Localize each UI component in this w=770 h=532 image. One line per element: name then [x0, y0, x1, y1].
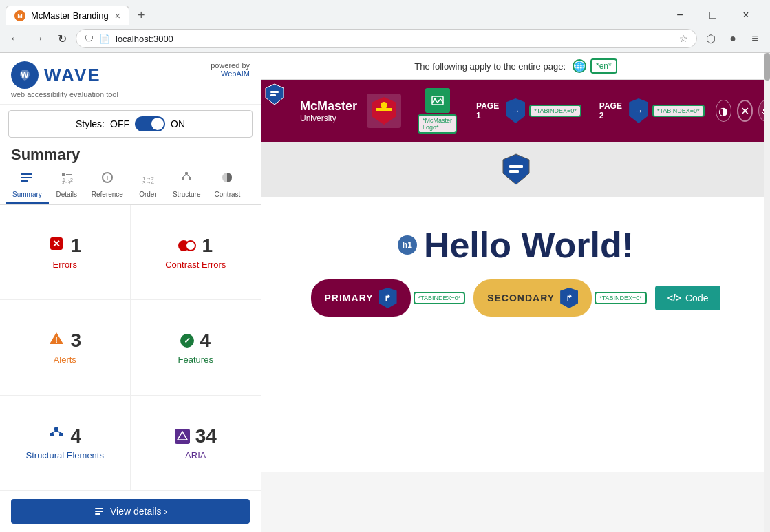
menu-button[interactable]: ≡ [745, 29, 764, 48]
svg-rect-2 [21, 177, 32, 178]
secondary-btn-label: SECONDARY [487, 292, 555, 304]
styles-toggle-bar: Styles: OFF ON [8, 110, 253, 138]
tab-summary[interactable]: Summary [6, 167, 49, 204]
wave-subtitle: web accessibility evaluation tool [11, 90, 250, 98]
mcmaster-logo: McMaster University [300, 99, 357, 123]
stat-contrast-errors: 1 Contrast Errors [131, 205, 261, 300]
svg-rect-23 [50, 433, 54, 436]
refresh-button[interactable]: ↻ [52, 29, 72, 48]
structural-count: 4 [70, 425, 81, 447]
primary-link-icon: ↱ [379, 288, 397, 308]
minimize-button[interactable]: − [664, 4, 696, 26]
svg-rect-4 [62, 173, 65, 176]
tab-contrast[interactable]: Contrast [208, 167, 248, 204]
view-details-button[interactable]: View details › [11, 499, 250, 524]
logo-badge-group: *McMaster Logo* [418, 88, 457, 134]
svg-line-16 [186, 175, 190, 177]
globe-icon: 🌐 [573, 59, 586, 73]
mcmaster-name: McMaster [300, 99, 357, 114]
browser-chrome: M McMaster Branding × + − □ × ← → ↻ 🛡 📄 … [0, 0, 770, 53]
stat-aria: 34 ARIA [131, 396, 261, 491]
scrollbar-track[interactable] [764, 53, 770, 532]
wave-header: W WAVE powered by WebAIM web accessibili… [0, 53, 261, 105]
contrast-errors-label: Contrast Errors [165, 259, 226, 270]
page-content: The following apply to the entire page: … [261, 53, 770, 532]
security-icon: 🛡 [85, 34, 94, 44]
tab-order[interactable]: 1→23→4 Order [130, 167, 166, 204]
address-bar: ← → ↻ 🛡 📄 localhost:3000 ☆ ⬡ ● ≡ [0, 26, 770, 52]
back-button[interactable]: ← [6, 29, 25, 48]
scrollbar-thumb[interactable] [764, 53, 770, 81]
list-icon [94, 506, 105, 517]
pocket-button[interactable]: ⬡ [701, 29, 720, 48]
svg-rect-32 [270, 94, 276, 96]
main-layout: W WAVE powered by WebAIM web accessibili… [0, 53, 770, 532]
nav-tabs: Summary 1→23→4 Details i Reference 1→23→… [0, 167, 261, 205]
styles-off-label: OFF [110, 118, 129, 129]
structural-icon [48, 425, 65, 447]
tab-bar: M McMaster Branding × + − □ × [0, 0, 770, 26]
tab-contrast-label: Contrast [215, 191, 241, 198]
tab-structure[interactable]: Structure [166, 167, 208, 204]
svg-rect-28 [95, 508, 103, 509]
features-count: 4 [200, 330, 211, 352]
webaim-link[interactable]: WebAIM [221, 70, 250, 78]
wave-logo: W WAVE [11, 61, 101, 89]
tab-reference-label: Reference [92, 191, 123, 198]
alerts-count: 3 [70, 330, 81, 352]
wave-logo-text: WAVE [44, 65, 101, 86]
svg-line-26 [56, 431, 61, 433]
top-notice-text: The following apply to the entire page: [414, 61, 566, 72]
lang-indicator: 🌐 *en* [573, 58, 617, 74]
code-button[interactable]: </> Code [655, 286, 721, 310]
errors-label: Errors [53, 259, 77, 270]
features-row: ✓ 4 [180, 330, 211, 352]
errors-row: ✕ 1 [48, 235, 81, 257]
page1-tabindex: *TABINDEX=0* [529, 105, 581, 117]
profile-button[interactable]: ● [723, 29, 742, 48]
lang-badge: *en* [590, 58, 617, 74]
svg-rect-12 [185, 172, 188, 175]
maximize-button[interactable]: □ [697, 4, 729, 26]
hello-world-text: Hello World! [424, 224, 634, 266]
active-tab[interactable]: M McMaster Branding × [6, 6, 129, 25]
svg-rect-29 [95, 511, 103, 512]
secondary-button[interactable]: SECONDARY ↱ [473, 279, 592, 317]
close-button[interactable]: × [730, 4, 762, 26]
tab-details-label: Details [56, 191, 78, 198]
new-tab-button[interactable]: + [132, 8, 151, 23]
structural-row: 4 [48, 425, 81, 447]
mcmaster-header: McMaster University [261, 80, 770, 142]
window-controls: − □ × [664, 4, 764, 26]
forward-button[interactable]: → [29, 29, 48, 48]
theme-icon: ◑ [716, 100, 731, 122]
toolbar-icons: ⬡ ● ≡ [701, 29, 764, 48]
header-right-controls: ◑ ✕ 🏷 *aria-label="Switch to Dark Mode"* [716, 100, 770, 122]
page2-nav: PAGE 2 → *TABINDEX=0* [599, 98, 705, 123]
stat-errors: ✕ 1 Errors [0, 205, 131, 300]
wave-logo-icon: W [11, 61, 39, 89]
svg-text:✕: ✕ [52, 238, 61, 249]
svg-rect-22 [54, 427, 58, 431]
page-wave-shield [502, 153, 531, 186]
star-icon[interactable]: ☆ [679, 33, 688, 44]
reference-tab-icon: i [100, 171, 114, 188]
secondary-tabindex: *TABINDEX=0* [595, 292, 647, 304]
primary-tabindex: *TABINDEX=0* [414, 292, 466, 304]
tab-reference[interactable]: i Reference [85, 167, 130, 204]
page1-nav: PAGE 1 → *TABINDEX=0* [476, 98, 581, 123]
tab-details[interactable]: 1→23→4 Details [49, 167, 85, 204]
tab-close-button[interactable]: × [115, 10, 120, 21]
alert-icon: ! [48, 330, 65, 352]
contrast-errors-count: 1 [202, 235, 213, 257]
stats-grid: ✕ 1 Errors 1 Contrast Errors [0, 205, 261, 491]
page2-tabindex: *TABINDEX=0* [652, 105, 705, 117]
page-area: McMaster University [261, 80, 770, 472]
contrast-errors-row: 1 [178, 235, 213, 257]
secondary-link-icon: ↱ [560, 288, 578, 308]
tab-order-label: Order [139, 191, 157, 198]
styles-toggle[interactable] [135, 116, 165, 131]
primary-button[interactable]: PRIMARY ↱ [311, 279, 411, 317]
page-body: h1 Hello World! PRIMARY ↱ *TABINDEX=0* [261, 197, 770, 472]
url-bar[interactable]: 🛡 📄 localhost:3000 ☆ [76, 29, 697, 48]
